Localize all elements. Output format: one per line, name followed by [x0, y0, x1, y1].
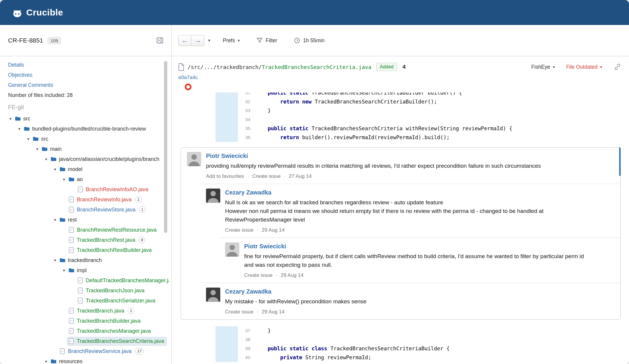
comment-thread: Piotr Swiecicki providing null/empty rev…: [181, 147, 621, 320]
tree-file-branchreviewinfo-java[interactable]: BranchReviewInfo.java1: [0, 194, 171, 205]
code-line-31: 31 public static TrackedBranchesSearchCr…: [175, 92, 629, 97]
expand-toggle-icon[interactable]: ▾: [52, 167, 58, 172]
file-name: TrackedBranchesSearchCriteria.java: [262, 64, 371, 70]
expand-toggle-icon[interactable]: ▾: [16, 126, 23, 131]
comment-author-link[interactable]: Cezary Zawadka: [225, 288, 366, 295]
revision-link[interactable]: e0a7a4c: [178, 75, 198, 80]
line-number[interactable]: 31: [238, 92, 255, 97]
tree-folder-model[interactable]: ▾model: [0, 164, 171, 174]
tree-file-defaulttrackedbranchesmanager-java[interactable]: DefaultTrackedBranchesManager.java: [0, 275, 171, 285]
tree-file-trackedbranchessearchcriteria-java[interactable]: TrackedBranchesSearchCriteria.java: [0, 336, 171, 346]
line-number[interactable]: 38: [238, 335, 255, 344]
expand-toggle-icon[interactable]: ▾: [25, 136, 32, 141]
file-nav-dropdown[interactable]: ▾: [208, 38, 210, 43]
diff-content: /src/.../trackedbranch/TrackedBranchesSe…: [172, 56, 629, 364]
tree-file-branchreviewservice-java[interactable]: BranchReviewService.java17: [0, 346, 171, 356]
unread-indicator: [619, 147, 621, 176]
expand-toggle-icon[interactable]: ▾: [7, 116, 14, 121]
comment-body: My mistake - for withReview() preconditi…: [225, 297, 366, 306]
tree-folder-ao[interactable]: ▾ao: [0, 174, 171, 184]
tree-file-trackedbranchrest-java[interactable]: TrackedBranchRest.java8: [0, 235, 171, 245]
file-icon: [68, 338, 74, 344]
prefs-dropdown[interactable]: Prefs ▾: [223, 37, 240, 44]
node-label: bundled-plugins/bundled/crucible-branch-…: [32, 126, 146, 132]
expand-toggle-icon[interactable]: ▾: [61, 268, 67, 273]
expand-toggle-icon[interactable]: ▾: [43, 359, 49, 364]
comment-root: Piotr Swiecicki providing null/empty rev…: [181, 148, 620, 184]
expand-toggle-icon[interactable]: ▾: [52, 258, 58, 263]
sidebar-link-objectives[interactable]: Objectives: [0, 70, 171, 80]
tree-folder-impl[interactable]: ▾impl: [0, 265, 171, 275]
crucible-logo-icon: [12, 7, 23, 18]
tree-folder-resources[interactable]: ▾resources: [0, 356, 171, 364]
comment-author-link[interactable]: Piotr Swiecicki: [206, 153, 541, 159]
expand-toggle-icon[interactable]: ▾: [52, 217, 58, 222]
tree-folder-bundled-plugins-bundled-crucible-branch-review[interactable]: ▾bundled-plugins/bundled/crucible-branch…: [0, 124, 171, 134]
filter-button[interactable]: Filter: [256, 37, 277, 44]
previous-file-button[interactable]: ←: [178, 35, 191, 46]
tree-file-trackedbranchserializer-java[interactable]: TrackedBranchSerializer.java: [0, 296, 171, 306]
sidebar-scrollbar-thumb[interactable]: [164, 61, 167, 233]
tree-folder-src[interactable]: ▾src: [0, 134, 171, 144]
expand-toggle-icon[interactable]: ▾: [34, 147, 40, 151]
node-label: BranchReviewInfo.java: [77, 197, 132, 203]
comment-body: providing null/empty reviewPermaId resul…: [206, 161, 541, 170]
line-number[interactable]: 33: [238, 106, 255, 115]
tree-folder-trackedbranch[interactable]: ▾trackedbranch: [0, 255, 171, 265]
crucible-logo[interactable]: Crucible: [12, 7, 63, 18]
permalink-icon[interactable]: [614, 63, 621, 71]
line-number[interactable]: 37: [238, 326, 255, 335]
record-indicator-icon: [185, 84, 191, 90]
node-label: resources: [59, 358, 82, 364]
create-issue-link[interactable]: Create issue: [252, 173, 280, 179]
file-icon: [60, 348, 65, 354]
time-spent-button[interactable]: 1h 55min: [294, 37, 324, 44]
comment-count-badge: 1: [135, 196, 142, 203]
folder-icon: [68, 267, 74, 273]
tree-file-branchreviewrestresource-java[interactable]: BranchReviewRestResource.java: [0, 225, 171, 235]
create-issue-link[interactable]: Create issue: [225, 309, 253, 315]
line-number[interactable]: 34: [238, 115, 255, 124]
line-number[interactable]: 36: [238, 133, 255, 142]
tree-file-trackedbranchrestbuilder-java[interactable]: TrackedBranchRestBuilder.java: [0, 245, 171, 255]
add-to-favourites-link[interactable]: Add to favourites: [206, 173, 244, 179]
file-icon: [77, 288, 83, 294]
file-icon: [68, 197, 74, 203]
diff-added-gutter: [216, 326, 238, 335]
tree-file-trackedbranchjson-java[interactable]: TrackedBranchJson.java: [0, 285, 171, 296]
review-sidebar: CR-FE-8851 109 Details Objectives Genera…: [0, 25, 172, 364]
collapse-panel-button[interactable]: [155, 35, 165, 46]
expand-toggle-icon[interactable]: ▾: [61, 177, 67, 182]
fisheye-dropdown[interactable]: FishEye ▾: [531, 64, 555, 70]
line-number[interactable]: 39: [238, 344, 255, 353]
sidebar-link-details[interactable]: Details: [0, 60, 171, 70]
tree-file-trackedbranchbuilder-java[interactable]: TrackedBranchBuilder.java: [0, 316, 171, 326]
expand-toggle-icon[interactable]: ▾: [43, 157, 49, 161]
file-icon: [77, 298, 83, 304]
line-number[interactable]: 32: [238, 97, 255, 106]
create-issue-link[interactable]: Create issue: [244, 272, 272, 278]
node-label: TrackedBranchSerializer.java: [86, 298, 155, 304]
sidebar-link-general-comments[interactable]: General Comments: [0, 80, 171, 90]
sidebar-header: CR-FE-8851 109: [0, 25, 171, 56]
comment-author-link[interactable]: Piotr Swiecicki: [244, 243, 584, 250]
comment-body: Null is ok as we search for all tracked …: [225, 198, 544, 207]
tree-file-trackedbranch-java[interactable]: TrackedBranch.java1: [0, 306, 171, 316]
separator: ·: [257, 227, 258, 233]
tree-file-branchreviewinfoao-java[interactable]: BranchReviewInfoAO.java: [0, 184, 171, 194]
file-comment-count: 4: [402, 64, 406, 70]
comment-author-link[interactable]: Cezary Zawadka: [225, 189, 544, 196]
file-outdated-dropdown[interactable]: File Outdated ▾: [566, 64, 602, 70]
diff-added-gutter: [216, 92, 238, 97]
tree-folder-src[interactable]: ▾src: [0, 114, 171, 124]
line-number[interactable]: 40: [238, 353, 255, 362]
chevron-down-icon: ▾: [600, 65, 602, 69]
tree-folder-main[interactable]: ▾main: [0, 144, 171, 154]
tree-file-branchreviewstore-java[interactable]: BranchReviewStore.java1: [0, 205, 171, 215]
tree-folder-java-com-atlassian-crucible-plugins-branch[interactable]: ▾java/com/atlassian/crucible/plugins/bra…: [0, 154, 171, 164]
next-file-button[interactable]: →: [191, 35, 205, 46]
create-issue-link[interactable]: Create issue: [225, 227, 253, 233]
tree-file-trackedbranchesmanager-java[interactable]: TrackedBranchesManager.java: [0, 326, 171, 336]
tree-folder-rest[interactable]: ▾rest: [0, 215, 171, 225]
line-number[interactable]: 35: [238, 124, 255, 133]
